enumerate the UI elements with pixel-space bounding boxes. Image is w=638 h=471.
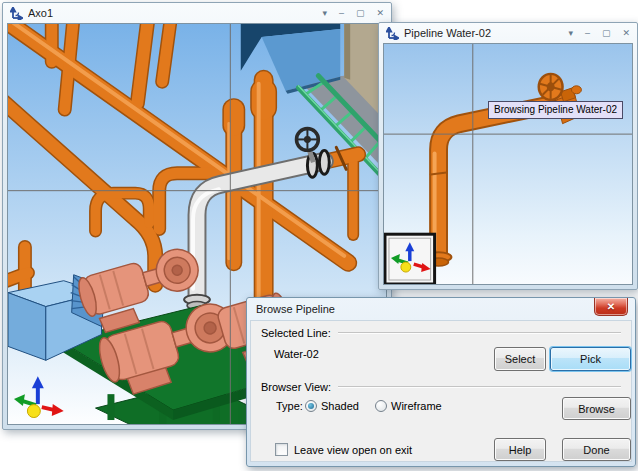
axo1-titlebar[interactable]: Axo1 ▾ – ▢ ✕ [3,3,391,23]
shaded-radio-label[interactable]: Shaded [321,400,359,412]
pipeline-3d-scene [384,44,632,284]
wireframe-radio[interactable] [375,400,387,412]
acs-triad-box [385,234,435,284]
browser-view-group-header: Browser View: [261,381,621,393]
pick-button[interactable]: Pick [550,347,631,371]
leave-view-open-checkbox[interactable] [275,443,288,456]
selected-line-group-header: Selected Line: [261,327,621,339]
dialog-title: Browse Pipeline [256,303,335,315]
selected-line-value: Water-02 [274,348,319,360]
shaded-radio[interactable] [305,400,317,412]
window-title: Axo1 [28,7,317,19]
minimize-button[interactable]: – [339,9,344,18]
maximize-button[interactable]: ▢ [602,29,611,38]
dialog-body: Selected Line: Water-02 Select Pick Brow… [250,320,632,462]
wireframe-radio-label[interactable]: Wireframe [391,400,442,412]
window-title: Pipeline Water-02 [404,27,563,39]
close-button[interactable]: ✕ [376,9,384,18]
close-icon: ✕ [607,301,615,312]
dialog-titlebar[interactable]: Browse Pipeline ✕ [247,298,635,320]
view-menu-button[interactable]: ▾ [322,9,327,18]
pipeline-titlebar[interactable]: Pipeline Water-02 ▾ – ▢ ✕ [379,23,637,43]
separator-line [338,386,621,388]
browser-view-label: Browser View: [261,381,331,393]
dialog-close-button[interactable]: ✕ [594,298,628,316]
browsing-tooltip: Browsing Pipeline Water-02 [488,101,623,119]
separator-line [338,332,621,334]
type-label: Type: [276,400,303,412]
close-button[interactable]: ✕ [622,29,630,38]
maximize-button[interactable]: ▢ [356,9,365,18]
view-menu-button[interactable]: ▾ [568,29,573,38]
help-button[interactable]: Help [494,438,546,461]
browse-pipeline-dialog[interactable]: Browse Pipeline ✕ Selected Line: Water-0… [246,297,636,467]
view-axis-icon [10,7,23,20]
valve-handwheel [296,128,318,150]
browse-button[interactable]: Browse [562,397,631,420]
select-button[interactable]: Select [494,347,546,371]
selected-line-label: Selected Line: [261,327,331,339]
view-window-pipeline[interactable]: Pipeline Water-02 ▾ – ▢ ✕ [378,22,638,290]
pipeline-viewport[interactable]: Browsing Pipeline Water-02 [383,43,633,285]
leave-view-open-label[interactable]: Leave view open on exit [294,444,412,456]
minimize-button[interactable]: – [585,29,590,38]
done-button[interactable]: Done [562,438,631,461]
view-axis-icon [386,27,399,40]
